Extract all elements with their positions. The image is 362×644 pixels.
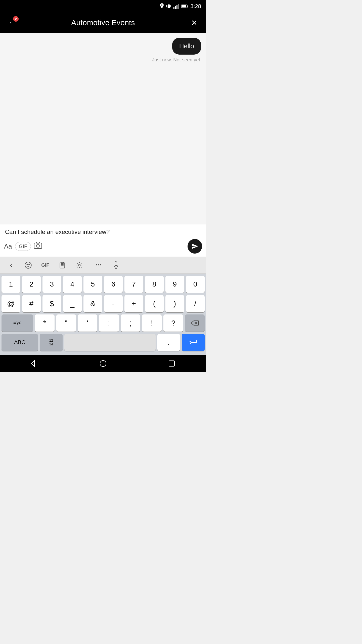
key-dollar[interactable]: $ [42,295,61,312]
svg-rect-2 [170,5,171,7]
enter-key[interactable] [182,334,205,351]
key-9[interactable]: 9 [165,276,184,293]
symbols-row2: =\< * " ' : ; ! ? [2,314,205,332]
svg-point-14 [27,264,28,265]
keyboard-toolbar: ‹ GIF ••• [0,257,206,274]
signal-icon [173,4,179,9]
key-asterisk[interactable]: * [35,314,54,332]
key-at[interactable]: @ [2,295,20,312]
key-0[interactable]: 0 [186,276,205,293]
back-button[interactable]: ← 2 [5,16,19,30]
key-6[interactable]: 6 [104,276,123,293]
svg-rect-5 [176,5,177,9]
emoji-icon [24,261,32,269]
nav-recent-button[interactable] [164,356,179,371]
battery-icon [181,4,188,8]
key-singlequote[interactable]: ' [78,314,97,332]
mic-icon [113,261,119,269]
svg-rect-8 [182,5,186,8]
svg-rect-10 [34,243,42,249]
nav-back-button[interactable] [27,356,42,371]
settings-button[interactable] [71,258,88,273]
location-icon [160,3,164,9]
space-key[interactable] [64,334,156,351]
key-hash[interactable]: # [22,295,41,312]
nav-home-button[interactable] [96,356,111,371]
symbol-row: @ # $ _ & - + ( ) / [2,295,205,312]
message-status: Just now. Not seen yet [152,57,200,63]
keyboard-back-button[interactable]: ‹ [3,258,20,273]
toolbar-divider [89,261,89,270]
key-slash[interactable]: / [186,295,205,312]
emoji-button[interactable] [20,258,37,273]
top-bar: ← 2 Automotive Events ✕ [0,13,206,33]
backspace-icon [191,320,199,326]
svg-point-13 [25,262,31,268]
svg-rect-3 [173,7,174,9]
status-bar: 3:28 [0,0,206,13]
sent-message-bubble: Hello [172,38,201,55]
key-1[interactable]: 1 [2,276,20,293]
key-doublequote[interactable]: " [56,314,76,332]
close-button[interactable]: ✕ [187,16,201,30]
settings-icon [76,262,83,269]
key-4[interactable]: 4 [63,276,82,293]
svg-marker-26 [31,360,34,367]
key-3[interactable]: 3 [42,276,61,293]
svg-rect-1 [166,5,167,7]
photo-icon [34,242,42,249]
bottom-row: ABC 1234 . [2,334,205,351]
gif-keyboard-button[interactable]: GIF [37,258,54,273]
close-icon: ✕ [191,18,197,27]
period-key[interactable]: . [157,334,180,351]
input-bar: Can I schedule an executive interview? A… [0,224,206,257]
svg-rect-12 [36,242,39,243]
gif-button[interactable]: GIF [15,242,31,251]
key-openparen[interactable]: ( [145,295,164,312]
key-colon[interactable]: : [99,314,119,332]
key-5[interactable]: 5 [83,276,102,293]
key-equalslash[interactable]: =\< [2,314,33,332]
notification-badge: 2 [13,16,19,22]
input-text-preview[interactable]: Can I schedule an executive interview? [4,228,202,235]
key-plus[interactable]: + [124,295,143,312]
svg-rect-6 [178,4,179,9]
svg-rect-28 [169,361,174,366]
nav-recent-icon [168,360,175,367]
number-row: 1 2 3 4 5 6 7 8 9 0 [2,276,205,293]
input-row: Aa GIF [4,239,202,254]
clipboard-icon [59,261,66,269]
key-ampersand[interactable]: & [83,295,102,312]
key-closeparen[interactable]: ) [165,295,184,312]
key-2[interactable]: 2 [22,276,41,293]
key-minus[interactable]: - [104,295,123,312]
key-exclamation[interactable]: ! [142,314,162,332]
key-8[interactable]: 8 [145,276,164,293]
nav-home-icon [100,360,107,367]
key-question[interactable]: ? [163,314,183,332]
key-underscore[interactable]: _ [63,295,82,312]
key-abc[interactable]: ABC [2,334,38,351]
key-1234[interactable]: 1234 [40,334,63,351]
svg-point-20 [79,264,80,266]
vibrate-icon [166,3,171,9]
svg-rect-0 [168,5,170,8]
svg-point-15 [29,264,29,265]
more-button[interactable]: ••• [90,258,107,273]
mic-button[interactable] [107,258,124,273]
status-icons: 3:28 [160,3,201,10]
send-button[interactable] [188,239,202,254]
send-icon [191,243,198,250]
clipboard-button[interactable] [54,258,71,273]
svg-rect-9 [188,6,188,7]
backspace-key[interactable] [185,314,205,332]
key-7[interactable]: 7 [124,276,143,293]
photo-button[interactable] [34,242,42,251]
svg-point-27 [100,360,106,367]
chat-area: Hello Just now. Not seen yet [0,33,206,224]
key-semicolon[interactable]: ; [121,314,140,332]
svg-rect-4 [175,6,176,9]
svg-point-11 [36,244,39,247]
bottom-nav [0,355,206,372]
aa-button[interactable]: Aa [4,243,12,250]
